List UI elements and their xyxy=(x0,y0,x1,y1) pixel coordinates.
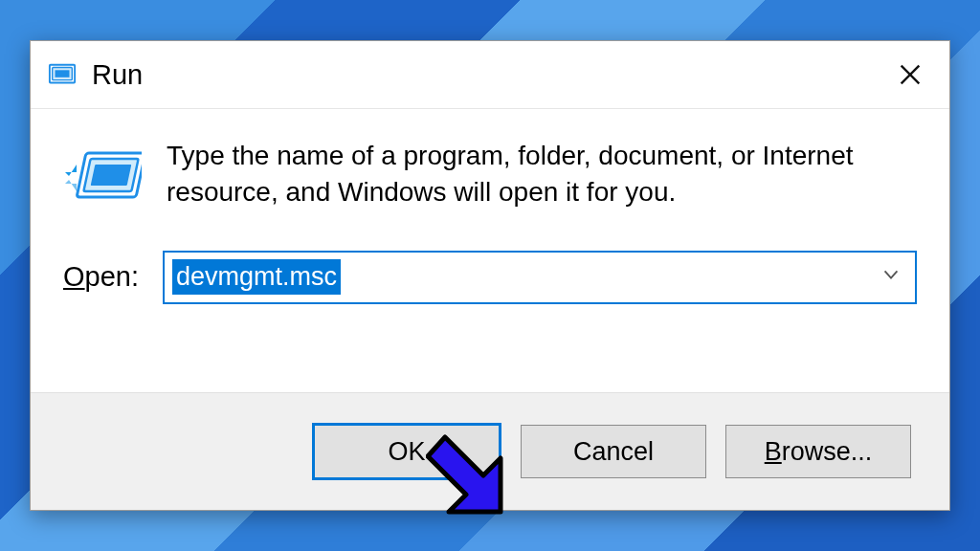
open-value-selected: devmgmt.msc xyxy=(172,259,341,294)
description-text: Type the name of a program, folder, docu… xyxy=(167,138,917,210)
open-label: Open: xyxy=(63,261,145,293)
chevron-down-icon[interactable] xyxy=(880,264,902,291)
desktop-background: Run xyxy=(0,0,980,551)
open-combobox[interactable]: devmgmt.msc xyxy=(163,251,917,304)
titlebar: Run xyxy=(31,41,949,109)
svg-rect-2 xyxy=(56,70,70,77)
run-icon xyxy=(63,143,142,209)
dialog-content: Type the name of a program, folder, docu… xyxy=(31,109,949,392)
cancel-button[interactable]: Cancel xyxy=(521,425,706,478)
ok-button-label: OK xyxy=(388,437,425,467)
button-bar: OK Cancel Browse... xyxy=(31,392,949,510)
run-dialog: Run xyxy=(30,40,950,511)
browse-button[interactable]: Browse... xyxy=(725,425,911,478)
ok-button[interactable]: OK xyxy=(312,423,501,480)
window-title: Run xyxy=(92,59,877,91)
browse-button-label: Browse... xyxy=(765,437,873,467)
open-row: Open: devmgmt.msc xyxy=(63,251,917,304)
svg-rect-7 xyxy=(91,165,132,186)
close-button[interactable] xyxy=(877,47,944,102)
description-row: Type the name of a program, folder, docu… xyxy=(63,138,917,210)
run-titlebar-icon xyxy=(48,60,77,89)
cancel-button-label: Cancel xyxy=(573,437,654,467)
